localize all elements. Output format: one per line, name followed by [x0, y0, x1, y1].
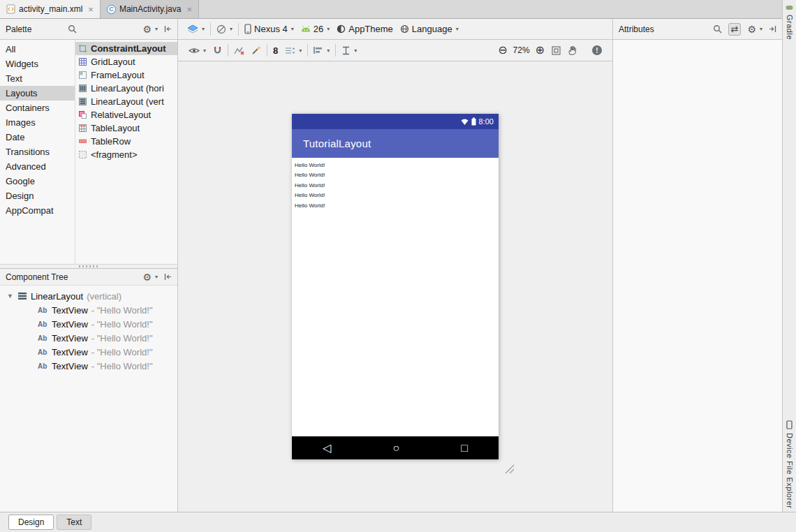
tree-node-label: TextView	[52, 305, 88, 316]
preview-textview[interactable]: Hello World!	[295, 191, 499, 200]
palette-item-gridlayout[interactable]: GridLayout	[75, 55, 177, 68]
palette-category-google[interactable]: Google	[0, 174, 75, 189]
chevron-down-icon: ▾	[456, 26, 459, 32]
device-file-explorer-icon	[786, 420, 793, 429]
globe-icon	[400, 24, 409, 34]
palette-category-appcompat[interactable]: AppCompat	[0, 203, 75, 218]
tree-row-textview[interactable]: Ab TextView - "Hello World!"	[0, 317, 177, 331]
tree-options-button[interactable]: ⚙ ▾	[142, 272, 158, 282]
palette-item-label: LinearLayout (vert	[91, 96, 164, 107]
component-tree-header: Component Tree ⚙ ▾	[0, 269, 177, 286]
tree-node-suffix: - "Hello World!"	[91, 333, 153, 343]
tree-row-textview[interactable]: Ab TextView - "Hello World!"	[0, 331, 177, 345]
preview-textview[interactable]: Hello World!	[295, 161, 499, 170]
palette-category-images[interactable]: Images	[0, 115, 75, 130]
infer-constraints-button[interactable]	[248, 44, 265, 57]
palette-item-relativelayout[interactable]: RelativeLayout	[75, 108, 177, 121]
no-orientation-icon	[216, 24, 226, 34]
palette-category-transitions[interactable]: Transitions	[0, 145, 75, 159]
pan-button[interactable]	[564, 44, 580, 57]
search-icon[interactable]	[713, 24, 722, 34]
palette-category-design[interactable]: Design	[0, 189, 75, 203]
hide-panel-icon[interactable]	[769, 25, 776, 33]
wifi-icon	[461, 119, 469, 125]
palette-item-constraintlayout[interactable]: ConstraintLayout	[75, 42, 177, 55]
java-class-icon: C	[107, 5, 116, 14]
swap-panel-button[interactable]: ⇄	[728, 23, 742, 36]
tree-row-textview[interactable]: Ab TextView - "Hello World!"	[0, 345, 177, 359]
resize-handle[interactable]	[503, 462, 515, 474]
device-selector-button[interactable]: Nexus 4 ▾	[241, 22, 297, 36]
margin-stepper-button[interactable]: ▾	[281, 45, 305, 57]
margin-stepper-icon	[285, 46, 295, 55]
palette-item-fragment[interactable]: <fragment>	[75, 148, 177, 161]
issues-icon: !	[592, 45, 602, 55]
autoconnect-button[interactable]	[209, 45, 226, 57]
expand-arrow-icon[interactable]: ▼	[7, 293, 14, 300]
gear-icon: ⚙	[142, 272, 152, 282]
palette-item-label: TableRow	[91, 136, 131, 147]
chevron-down-icon: ▾	[299, 47, 302, 54]
preview-textview[interactable]: Hello World!	[295, 181, 499, 191]
palette-item-tablelayout[interactable]: TableLayout	[75, 121, 177, 135]
tool-button-device-file-explorer[interactable]: Device File Explorer	[786, 420, 794, 508]
tablelayout-icon	[78, 124, 87, 133]
palette-item-linearlayout-vertical[interactable]: LinearLayout (vert	[75, 95, 177, 108]
hide-panel-icon[interactable]	[164, 273, 172, 281]
palette-item-tablerow[interactable]: TableRow	[75, 135, 177, 148]
view-options-button[interactable]: ▾	[185, 45, 209, 56]
attributes-options-button[interactable]: ⚙ ▾	[747, 24, 762, 34]
orientation-selector-button[interactable]: ▾	[213, 23, 236, 36]
guideline-button[interactable]: ▾	[338, 45, 360, 57]
attributes-panel-body	[613, 40, 782, 512]
constraintlayout-icon	[78, 44, 87, 53]
search-icon[interactable]	[68, 24, 77, 34]
panel-splitter[interactable]	[0, 264, 178, 269]
tool-button-gradle[interactable]: Gradle	[786, 3, 794, 40]
design-surface-selector-button[interactable]: ▾	[184, 23, 208, 36]
issues-button[interactable]: !	[589, 44, 605, 57]
right-tool-stripe: Gradle Device File Explorer	[782, 0, 796, 512]
layers-icon	[187, 24, 198, 34]
locale-selector-button[interactable]: Language ▾	[397, 22, 462, 36]
palette-category-date[interactable]: Date	[0, 130, 75, 145]
tool-button-label: Device File Explorer	[786, 433, 794, 508]
palette-options-button[interactable]: ⚙ ▾	[142, 24, 158, 34]
zoom-out-button[interactable]: ⊖	[494, 43, 510, 57]
palette-category-all[interactable]: All	[0, 42, 75, 57]
tree-node-suffix: - "Hello World!"	[91, 361, 153, 371]
preview-textview[interactable]: Hello World!	[295, 170, 499, 180]
clear-constraints-button[interactable]	[230, 45, 248, 57]
tree-node-label: TextView	[52, 333, 88, 343]
hide-panel-icon[interactable]	[164, 25, 172, 33]
palette-category-layouts[interactable]: Layouts	[0, 86, 75, 101]
palette-category-containers[interactable]: Containers	[0, 101, 75, 115]
palette-item-linearlayout-horizontal[interactable]: LinearLayout (hori	[75, 82, 177, 95]
theme-icon	[337, 24, 346, 34]
zoom-in-button[interactable]: ⊕	[532, 43, 548, 57]
fragment-icon	[78, 150, 87, 159]
default-margin-value[interactable]: 8	[270, 44, 281, 57]
api-selector-button[interactable]: 26 ▾	[297, 22, 333, 36]
preview-textview[interactable]: Hello World!	[295, 201, 499, 211]
xml-file-icon	[6, 4, 15, 14]
pack-button[interactable]: ▾	[310, 45, 333, 56]
palette-category-widgets[interactable]: Widgets	[0, 57, 75, 71]
palette-category-text[interactable]: Text	[0, 71, 75, 86]
theme-selector-button[interactable]: AppTheme	[333, 22, 397, 36]
editor-tab-mainactivity-java[interactable]: C MainActivity.java ×	[101, 0, 199, 18]
close-icon[interactable]: ×	[186, 5, 192, 14]
tree-row-linearlayout[interactable]: ▼ LinearLayout (vertical)	[0, 289, 177, 303]
close-icon[interactable]: ×	[88, 5, 94, 14]
palette-panel: All Widgets Text Layouts Containers Imag…	[0, 40, 178, 264]
editor-tab-activity-main-xml[interactable]: activity_main.xml ×	[0, 0, 101, 18]
tree-row-textview[interactable]: Ab TextView - "Hello World!"	[0, 303, 177, 317]
palette-category-advanced[interactable]: Advanced	[0, 159, 75, 174]
palette-item-framelayout[interactable]: FrameLayout	[75, 68, 177, 82]
tree-row-textview[interactable]: Ab TextView - "Hello World!"	[0, 359, 177, 373]
tab-design[interactable]: Design	[8, 515, 54, 530]
zoom-fit-button[interactable]	[548, 45, 564, 57]
tab-text[interactable]: Text	[57, 515, 91, 530]
align-left-icon	[314, 46, 323, 54]
design-surface[interactable]: 8:00 TutorialLayout Hello World! Hello W…	[178, 61, 613, 512]
